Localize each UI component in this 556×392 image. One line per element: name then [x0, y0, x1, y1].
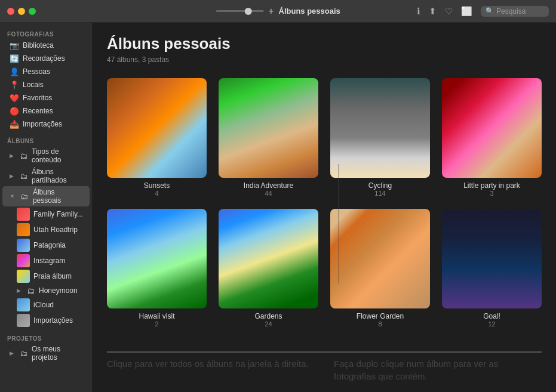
folder-icon: 🗂 [19, 151, 28, 160]
add-icon[interactable]: + [268, 6, 274, 17]
annotation-left: Clique para ver todos os álbuns na janel… [107, 351, 324, 382]
annotation-overlay: Clique para ver todos os álbuns na janel… [93, 351, 556, 392]
album-thumb-cycling [330, 78, 430, 178]
albums-grid: Sunsets 4 India Adventure 44 Cycling 114… [93, 69, 556, 337]
album-count-party: 3 [490, 190, 493, 197]
album-count-gardens: 24 [265, 320, 272, 328]
sidebar-item-biblioteca[interactable]: 📷 Biblioteca [2, 39, 90, 52]
album-thumb-gardens [219, 209, 318, 308]
importacoes-thumb [17, 314, 30, 327]
album-count-india: 44 [265, 190, 272, 197]
album-thumb-goal [442, 209, 542, 308]
app-body: Fotografias 📷 Biblioteca 🔄 Recordações 👤… [0, 23, 556, 392]
imports-icon: 📥 [10, 119, 19, 129]
close-button[interactable] [7, 8, 14, 15]
share-icon[interactable]: ⬆ [429, 6, 437, 17]
zoom-slider[interactable] [216, 10, 263, 12]
sidebar-item-importacoes[interactable]: 📥 Importações [2, 118, 90, 131]
sidebar-item-recordacoes[interactable]: 🔄 Recordações [2, 52, 90, 65]
chevron-right-icon: ▶ [17, 288, 21, 294]
album-name-goal: Goal! [483, 312, 500, 320]
minimize-button[interactable] [18, 8, 25, 15]
search-icon: 🔍 [486, 7, 494, 15]
favorites-icon: ❤️ [10, 93, 19, 103]
album-count-hawaii: 2 [155, 320, 158, 328]
window-title: Álbuns pessoais [279, 7, 340, 16]
sidebar-item-instagram[interactable]: Instagram [2, 253, 90, 268]
album-count-cycling: 114 [374, 190, 385, 197]
maximize-button[interactable] [29, 8, 36, 15]
album-name-party: Little party in park [463, 181, 520, 190]
sidebar-item-pessoas[interactable]: 👤 Pessoas [2, 65, 90, 78]
album-item-flower[interactable]: Flower Garden 8 [330, 209, 430, 328]
slider-track [216, 10, 263, 12]
album-item-cycling[interactable]: Cycling 114 [330, 78, 430, 197]
titlebar-center: + Álbuns pessoais [216, 6, 340, 17]
album-count-goal: 12 [488, 320, 495, 328]
sidebar-item-tipos[interactable]: ▶ 🗂 Tipos de conteúdo [2, 146, 90, 166]
sidebar-section-projetos: Projetos [0, 332, 92, 343]
album-thumb-party [442, 78, 542, 178]
sidebar-item-favoritos[interactable]: ❤️ Favoritos [2, 91, 90, 104]
titlebar: + Álbuns pessoais ℹ ⬆ ♡ ⬜ 🔍 [0, 0, 556, 23]
places-icon: 📍 [10, 80, 19, 89]
annotation-right-text: Faça duplo clique num álbum para ver as … [334, 357, 542, 382]
annotation-divider [339, 164, 339, 283]
album-thumb-flower [330, 209, 430, 308]
sidebar-item-family[interactable]: Family Family... [2, 206, 90, 222]
album-name-hawaii: Hawaii visit [139, 312, 174, 320]
sidebar-item-utah[interactable]: Utah Roadtrip [2, 222, 90, 237]
utah-thumb [17, 223, 30, 236]
info-icon[interactable]: ℹ [417, 6, 420, 17]
folder-personal-icon: 🗂 [20, 192, 29, 201]
album-item-sunsets[interactable]: Sunsets 4 [107, 78, 207, 197]
sidebar-section-albuns: Álbuns [0, 134, 92, 146]
slider-thumb[interactable] [244, 8, 251, 15]
search-box[interactable]: 🔍 [481, 6, 549, 17]
album-name-gardens: Gardens [254, 312, 282, 320]
album-item-hawaii[interactable]: Hawaii visit 2 [107, 209, 207, 328]
sidebar: Fotografias 📷 Biblioteca 🔄 Recordações 👤… [0, 23, 93, 392]
projects-folder-icon: 🗂 [19, 348, 28, 358]
chevron-right-icon: ▶ [10, 350, 14, 356]
instagram-thumb [17, 254, 30, 267]
sidebar-item-recentes[interactable]: 🔴 Recentes [2, 104, 90, 118]
annotation-right: Faça duplo clique num álbum para ver as … [324, 351, 542, 382]
sidebar-item-projetos[interactable]: ▶ 🗂 Os meus projetos [2, 343, 90, 363]
sidebar-item-importacoes2[interactable]: Importações [2, 313, 90, 328]
album-item-party[interactable]: Little party in park 3 [442, 78, 542, 197]
icloud-thumb [17, 298, 30, 311]
sidebar-item-honeymoon[interactable]: ▶ 🗂 Honeymoon [2, 284, 90, 297]
page-title: Álbuns pessoais [107, 35, 542, 53]
sidebar-item-pessoais[interactable]: ▼ 🗂 Álbuns pessoais [2, 186, 90, 206]
album-item-gardens[interactable]: Gardens 24 [219, 209, 318, 328]
frame-icon[interactable]: ⬜ [461, 6, 472, 17]
album-thumb-india [219, 78, 318, 178]
sidebar-item-locais[interactable]: 📍 Locais [2, 78, 90, 91]
sidebar-item-icloud[interactable]: iCloud [2, 297, 90, 313]
recent-icon: 🔴 [10, 106, 19, 116]
chevron-down-icon: ▼ [10, 193, 15, 199]
praia-thumb [17, 270, 30, 283]
chevron-right-icon: ▶ [10, 153, 14, 159]
album-thumb-hawaii [107, 209, 207, 308]
sidebar-item-patagonia[interactable]: Patagonia [2, 237, 90, 253]
chevron-right-icon: ▶ [10, 173, 14, 179]
heart-icon[interactable]: ♡ [445, 6, 453, 17]
album-item-india[interactable]: India Adventure 44 [219, 78, 318, 197]
main-content: Álbuns pessoais 47 álbuns, 3 pastas Suns… [93, 23, 556, 392]
album-name-sunsets: Sunsets [144, 181, 170, 190]
honeymoon-folder-icon: 🗂 [26, 286, 35, 295]
sidebar-item-partilhados[interactable]: ▶ 🗂 Álbuns partilhados [2, 166, 90, 186]
album-item-goal[interactable]: Goal! 12 [442, 209, 542, 328]
album-count-sunsets: 4 [155, 190, 158, 197]
search-input[interactable] [496, 7, 544, 16]
album-name-flower: Flower Garden [357, 312, 404, 320]
album-name-cycling: Cycling [368, 181, 392, 190]
family-thumb [17, 208, 30, 221]
page-subtitle: 47 álbuns, 3 pastas [107, 55, 542, 64]
library-icon: 📷 [10, 41, 19, 50]
annotation-left-text: Clique para ver todos os álbuns na janel… [107, 357, 315, 370]
folder-shared-icon: 🗂 [19, 171, 28, 181]
sidebar-item-praia[interactable]: Praia álbum [2, 268, 90, 284]
